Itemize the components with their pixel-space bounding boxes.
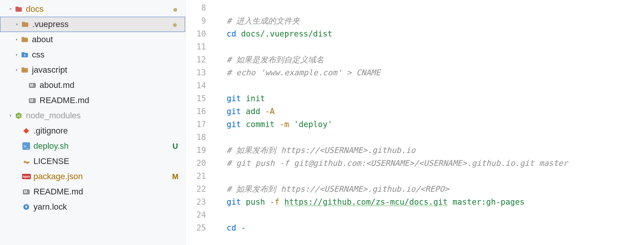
token-cmd: git (227, 94, 241, 103)
tree-item-status: M (171, 172, 179, 181)
token-comment: # 进入生成的文件夹 (227, 16, 300, 25)
tree-item-label: node_modules (26, 111, 171, 121)
token-arg: docs/.vuepress/dist (241, 29, 332, 38)
chevron-right-icon[interactable] (13, 22, 21, 27)
tree-item-label: README.md (33, 187, 171, 197)
tree-item-about-md[interactable]: M↓about.md (0, 78, 185, 93)
tree-item-label: README.md (40, 95, 171, 105)
token-plain (260, 107, 265, 116)
code-line[interactable]: git add -A (216, 105, 644, 118)
tree-item-label: yarn.lock (33, 202, 171, 212)
tree-item-yarn-lock[interactable]: yarn.lock (0, 199, 185, 215)
tree-item-label: about.md (40, 80, 171, 90)
tree-item-package-json[interactable]: npmpackage.jsonM (0, 169, 185, 184)
code-line[interactable]: git push -f https://github.com/zs-mcu/do… (216, 196, 644, 208)
tree-item-status: U (171, 142, 179, 151)
token-plain (274, 120, 279, 129)
line-number: 12 (186, 53, 206, 66)
token-cmd: cd (227, 223, 236, 232)
tree-item-status (171, 20, 179, 29)
token-plain (448, 197, 453, 207)
code-line[interactable] (216, 170, 644, 183)
token-string: 'deploy' (294, 120, 332, 129)
token-plain (265, 197, 270, 207)
token-comment: # echo 'www.example.com' > CNAME (227, 68, 381, 77)
tree-item-javascript[interactable]: javascript (0, 62, 185, 78)
token-arg: - (241, 223, 246, 232)
code-line[interactable]: # 如果发布到 https://<USERNAME>.github.io (216, 144, 644, 157)
tree-item-license[interactable]: LICENSE (0, 154, 185, 169)
tree-item-about[interactable]: about (0, 32, 185, 47)
line-number: 20 (186, 157, 206, 170)
code-line[interactable] (216, 79, 644, 92)
node-icon: JS (14, 111, 23, 120)
md-icon: M↓ (28, 81, 36, 89)
line-number: 18 (186, 131, 206, 144)
code-line[interactable]: # git push -f git@github.com:<USERNAME>/… (216, 157, 644, 170)
code-line[interactable]: cd - (216, 221, 644, 234)
token-cmd: git (227, 107, 241, 116)
token-arg: master:gh-pages (452, 197, 525, 207)
line-number: 9 (186, 14, 206, 27)
token-plain (236, 29, 241, 38)
chevron-down-icon[interactable] (7, 7, 14, 11)
code-line[interactable]: cd docs/.vuepress/dist (216, 27, 644, 40)
tree-item-label: package.json (33, 172, 171, 181)
folder-icon (21, 20, 29, 29)
token-comment: # 如果是发布到自定义域名 (227, 55, 324, 64)
token-arg: push (246, 197, 265, 207)
file-tree-sidebar: docs.vuepressabout3cssjavascriptM↓about.… (0, 0, 186, 245)
code-line[interactable] (216, 40, 644, 53)
line-number: 21 (186, 170, 206, 183)
token-plain (236, 223, 241, 232)
token-arg: commit (246, 120, 275, 129)
tree-item-css[interactable]: 3css (0, 47, 185, 62)
code-line[interactable] (216, 131, 644, 144)
tree-item-docs[interactable]: docs (0, 2, 185, 17)
token-plain (241, 94, 246, 103)
tree-item--vuepress[interactable]: .vuepress (0, 17, 185, 32)
token-plain (279, 197, 284, 207)
chevron-right-icon[interactable] (13, 52, 21, 57)
token-flag: -f (270, 197, 279, 207)
line-number: 13 (186, 66, 206, 79)
line-number: 23 (186, 196, 206, 208)
line-number: 10 (186, 27, 206, 40)
tree-item-readme-md[interactable]: M↓README.md (0, 184, 185, 199)
line-number: 14 (186, 79, 206, 92)
line-number: 25 (186, 221, 206, 234)
tree-item-node-modules[interactable]: JSnode_modules (0, 108, 185, 123)
code-editor[interactable]: 8910111213141516171819202122232425 # 进入生… (186, 0, 644, 245)
tree-item-label: .vuepress (32, 19, 171, 29)
token-cmd: git (227, 197, 241, 207)
token-comment: # 如果发布到 https://<USERNAME>.github.io (227, 146, 416, 155)
tree-item-label: LICENSE (33, 156, 171, 166)
md-icon: M↓ (22, 188, 30, 196)
code-line[interactable]: # echo 'www.example.com' > CNAME (216, 66, 644, 79)
modified-dot-icon (173, 23, 177, 27)
chevron-right-icon[interactable] (13, 68, 21, 72)
code-line[interactable]: # 进入生成的文件夹 (216, 14, 644, 27)
tree-item-label: about (32, 35, 171, 45)
chevron-right-icon[interactable] (13, 37, 21, 42)
code-line[interactable]: git commit -m 'deploy' (216, 118, 644, 131)
code-line[interactable]: # 如果是发布到自定义域名 (216, 53, 644, 66)
tree-item-label: deploy.sh (33, 141, 171, 151)
token-comment: # 如果发布到 https://<USERNAME>.github.io/<RE… (227, 185, 449, 194)
chevron-right-icon[interactable] (7, 113, 14, 118)
code-line[interactable] (216, 208, 644, 221)
token-flag: -A (265, 107, 274, 116)
token-cmd: cd (227, 29, 236, 38)
token-cmd: git (227, 120, 241, 129)
tree-item--gitignore[interactable]: .gitignore (0, 123, 185, 138)
tree-item-label: .gitignore (33, 126, 171, 136)
modified-dot-icon (173, 8, 177, 12)
tree-item-deploy-sh[interactable]: >_deploy.shU (0, 138, 185, 154)
code-line[interactable] (216, 2, 644, 14)
tree-item-readme-md[interactable]: M↓README.md (0, 93, 185, 108)
code-line[interactable]: # 如果发布到 https://<USERNAME>.github.io/<RE… (216, 183, 644, 196)
tree-item-label: javascript (32, 65, 171, 75)
code-content[interactable]: # 进入生成的文件夹cd docs/.vuepress/dist# 如果是发布到… (216, 2, 644, 245)
sh-icon: >_ (22, 142, 30, 150)
code-line[interactable]: git init (216, 92, 644, 105)
